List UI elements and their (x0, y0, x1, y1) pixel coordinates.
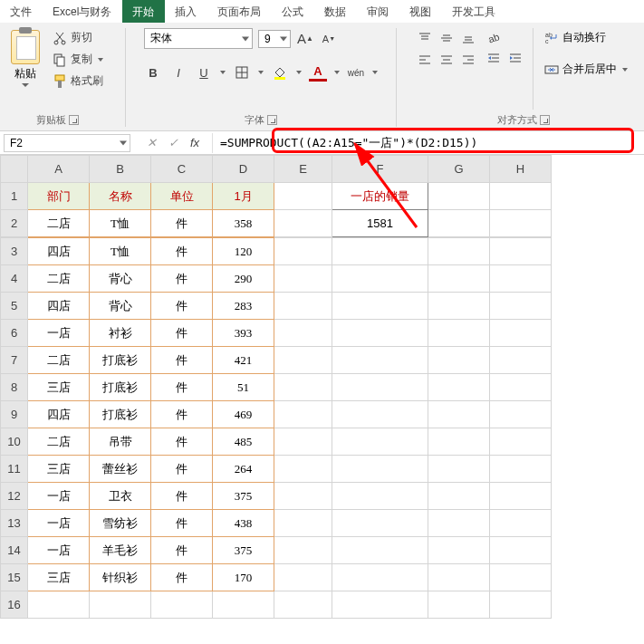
cell[interactable]: 雪纺衫 (90, 510, 151, 537)
row-header[interactable]: 16 (1, 591, 28, 619)
cell[interactable]: 件 (151, 483, 213, 510)
cell[interactable]: 一店 (28, 510, 90, 537)
cell[interactable]: T恤 (90, 210, 151, 237)
cell[interactable] (490, 510, 552, 537)
cell[interactable]: 一店 (28, 320, 90, 347)
row-header[interactable]: 6 (1, 320, 28, 347)
tab-dev[interactable]: 开发工具 (442, 0, 506, 23)
tab-formulas[interactable]: 公式 (272, 0, 314, 23)
copy-button[interactable]: 复制 (49, 50, 107, 69)
italic-button[interactable]: I (169, 63, 187, 82)
cell[interactable] (428, 265, 490, 293)
cell[interactable] (490, 456, 552, 483)
cell[interactable]: 背心 (90, 265, 151, 293)
cell[interactable] (490, 210, 552, 237)
cell[interactable] (428, 347, 490, 374)
fill-color-button[interactable] (271, 63, 289, 82)
select-all-button[interactable] (1, 156, 28, 183)
cell[interactable]: 264 (213, 456, 274, 483)
cell[interactable]: 件 (151, 510, 213, 537)
cell[interactable]: 件 (151, 401, 213, 428)
cell[interactable] (490, 320, 552, 347)
fx-button[interactable]: fx (185, 134, 205, 152)
cell[interactable]: 290 (213, 265, 274, 293)
cell[interactable]: 469 (213, 401, 274, 428)
cell[interactable]: 衬衫 (90, 320, 151, 347)
row-header[interactable]: 4 (1, 265, 28, 293)
grid-body[interactable]: 3四店T恤件1204二店背心件2905四店背心件2836一店衬衫件3937二店打… (0, 237, 552, 619)
col-header[interactable]: D (213, 156, 274, 183)
tab-layout[interactable]: 页面布局 (207, 0, 272, 23)
bold-button[interactable]: B (144, 63, 162, 82)
cell[interactable]: 三店 (28, 456, 90, 483)
cell[interactable] (332, 347, 428, 374)
tab-file[interactable]: 文件 (0, 0, 43, 23)
row-header[interactable]: 7 (1, 347, 28, 374)
tab-view[interactable]: 视图 (399, 0, 442, 23)
cell[interactable] (428, 483, 490, 510)
cell[interactable] (332, 401, 428, 428)
cell[interactable] (151, 591, 213, 619)
row-header[interactable]: 14 (1, 537, 28, 564)
cell[interactable]: 485 (213, 428, 274, 456)
cell[interactable]: 三店 (28, 374, 90, 401)
enter-formula-button[interactable]: ✓ (163, 134, 183, 152)
cell[interactable] (332, 591, 428, 619)
cell[interactable]: 375 (213, 483, 274, 510)
cell[interactable] (428, 401, 490, 428)
cell[interactable]: 一店的销量 (332, 183, 428, 210)
align-top-button[interactable] (415, 28, 435, 48)
cell[interactable]: 一店 (28, 483, 90, 510)
cell[interactable] (274, 374, 332, 401)
row-header[interactable]: 3 (1, 238, 28, 265)
tab-excelfinance[interactable]: Excel与财务 (43, 0, 122, 23)
cell[interactable] (428, 456, 490, 483)
cell[interactable]: 羊毛衫 (90, 537, 151, 564)
row-header[interactable]: 8 (1, 374, 28, 401)
col-header[interactable]: E (274, 156, 332, 183)
cell[interactable]: 283 (213, 293, 274, 320)
cell[interactable] (332, 456, 428, 483)
font-name-select[interactable]: 宋体 (144, 28, 253, 49)
cell[interactable]: 打底衫 (90, 374, 151, 401)
border-button[interactable] (233, 63, 251, 82)
cell[interactable] (428, 510, 490, 537)
row-header[interactable]: 5 (1, 293, 28, 320)
cell[interactable] (274, 210, 332, 237)
cell[interactable]: 170 (213, 564, 274, 591)
tab-review[interactable]: 审阅 (357, 0, 399, 23)
cell[interactable] (274, 428, 332, 456)
cell[interactable] (490, 401, 552, 428)
cell[interactable] (490, 183, 552, 210)
orientation-button[interactable]: ab (484, 28, 504, 48)
cell[interactable] (490, 347, 552, 374)
cell[interactable] (490, 265, 552, 293)
cell[interactable]: 部门 (28, 183, 90, 210)
cell[interactable] (428, 564, 490, 591)
cell[interactable]: 名称 (90, 183, 151, 210)
cell[interactable] (213, 591, 274, 619)
row-header[interactable]: 1 (1, 183, 28, 210)
col-header[interactable]: G (428, 156, 490, 183)
cell[interactable]: 三店 (28, 564, 90, 591)
cell[interactable]: 件 (151, 238, 213, 265)
row-header[interactable]: 12 (1, 483, 28, 510)
col-header[interactable]: F (332, 156, 428, 183)
dialog-launcher-icon[interactable] (540, 115, 550, 125)
cell[interactable]: 针织衫 (90, 564, 151, 591)
underline-button[interactable]: U (195, 63, 213, 82)
cell[interactable]: 件 (151, 428, 213, 456)
cell[interactable] (274, 183, 332, 210)
name-box[interactable]: F2 (4, 134, 130, 152)
phonetic-button[interactable]: wén (347, 63, 365, 82)
cell[interactable] (274, 347, 332, 374)
cell[interactable] (274, 510, 332, 537)
cell[interactable] (332, 265, 428, 293)
cell[interactable]: 件 (151, 456, 213, 483)
cell[interactable]: 四店 (28, 293, 90, 320)
cell[interactable]: 打底衫 (90, 401, 151, 428)
align-left-button[interactable] (415, 50, 435, 70)
cell[interactable] (274, 564, 332, 591)
col-header[interactable]: H (490, 156, 552, 183)
cell[interactable] (428, 293, 490, 320)
